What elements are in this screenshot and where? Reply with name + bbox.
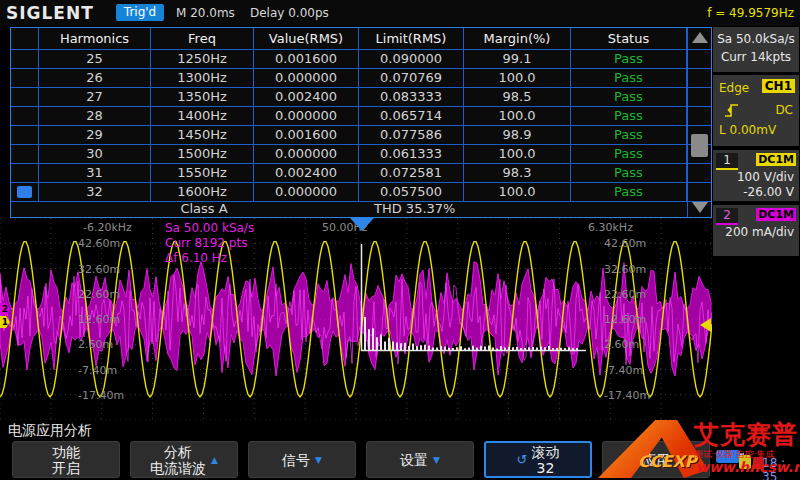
table-cell: 26 (39, 69, 151, 87)
table-cell: Pass (571, 164, 687, 182)
table-cell: 0.070769 (359, 69, 464, 87)
scale-label: 22.60m (78, 288, 120, 301)
table-cell: Pass (571, 183, 687, 201)
bottom-menu: 电源应用分析 功能开启分析电流谐波▲信号▼设置▼↺滚动32应用 (0, 420, 800, 480)
table-cell: Pass (571, 145, 687, 163)
fft-left-freq-label: -6.20kHz (83, 221, 132, 234)
scale-label: -17.40m (78, 389, 124, 402)
table-cell: 100.0 (464, 145, 571, 163)
right-sidebar: Sa 50.0kSa/s Curr 14kpts Edge CH1 DC L 0… (712, 26, 800, 480)
table-cell: 99.1 (464, 50, 571, 68)
row-select-cell (11, 126, 39, 144)
channel2-number: 2 (716, 208, 738, 225)
trigger-coupling-label: DC (775, 103, 793, 117)
table-header-row: HarmonicsFreqValue(RMS)Limit(RMS)Margin(… (11, 28, 711, 50)
table-cell: 30 (39, 145, 151, 163)
channel2-coupling-badge: DC1M (756, 208, 796, 221)
memory-depth-readout: Curr 14kpts (713, 48, 799, 66)
table-cell: 0.002400 (254, 164, 359, 182)
harmonics-table: HarmonicsFreqValue(RMS)Limit(RMS)Margin(… (10, 27, 712, 218)
table-cell: 98.5 (464, 88, 571, 106)
table-cell: 1500Hz (151, 145, 254, 163)
frequency-counter: f = 49.9579Hz (707, 6, 794, 20)
trigger-status-badge: Trig'd (116, 4, 164, 21)
scale-label: 2.60m (78, 338, 113, 351)
rising-edge-icon (723, 101, 741, 119)
table-cell: Pass (571, 88, 687, 106)
scale-label: 42.60m (78, 237, 120, 250)
fft-right-freq-label: 6.30kHz (588, 221, 633, 234)
table-cell: Pass (571, 126, 687, 144)
acquisition-panel: Sa 50.0kSa/s Curr 14kpts (713, 27, 799, 72)
menu-button-signal[interactable]: 信号▼ (248, 441, 356, 478)
menu-button-settings[interactable]: 设置▼ (366, 441, 474, 478)
table-row[interactable]: 281400Hz0.0000000.065714100.0Pass (11, 107, 711, 126)
menu-button-label: 功能开启 (52, 444, 80, 476)
row-select-cell (11, 107, 39, 125)
table-cell: Pass (571, 50, 687, 68)
table-row[interactable]: 271350Hz0.0024000.08333398.5Pass (11, 88, 711, 107)
table-cell: 32 (39, 183, 151, 201)
row-select-cell (11, 145, 39, 163)
menu-button-analysis[interactable]: 分析电流谐波▲ (130, 441, 238, 478)
table-cell: 0.000000 (254, 183, 359, 201)
overlay-delta-f: Δf 6.10 Hz (165, 251, 254, 266)
menu-button-apply[interactable]: 应用 (602, 441, 710, 478)
channel2-panel[interactable]: 2 DC1M 200 mA/div (713, 205, 799, 256)
channel1-number: 1 (716, 153, 738, 170)
table-scrollbar[interactable] (687, 28, 711, 217)
oscilloscope-screen: SIGLENT Trig'd M 20.0ms Delay 0.00ps f =… (0, 0, 800, 480)
table-cell: 0.001600 (254, 126, 359, 144)
trigger-position-marker[interactable] (350, 218, 374, 231)
table-cell: 0.057500 (359, 183, 464, 201)
channel1-scale-readout: 100 V/div (737, 170, 794, 184)
up-arrow-icon: ▲ (211, 455, 218, 465)
table-body: 251250Hz0.0016000.09000099.1Pass261300Hz… (11, 50, 711, 202)
menu-button-scroll[interactable]: ↺滚动32 (484, 441, 592, 478)
menu-button-label: 分析电流谐波 (150, 444, 206, 476)
scale-label: -17.40m (604, 389, 650, 402)
scroll-up-icon[interactable] (692, 32, 708, 43)
table-cell: 27 (39, 88, 151, 106)
timebase-readout: M 20.0ms (176, 6, 235, 20)
column-header (11, 28, 39, 49)
column-header: Status (571, 28, 687, 49)
scale-label: 32.60m (604, 263, 646, 276)
table-row[interactable]: 301500Hz0.0000000.061333100.0Pass (11, 145, 711, 164)
scale-label: -7.40m (604, 364, 643, 377)
scroll-down-icon[interactable] (692, 202, 708, 213)
row-select-cell (11, 50, 39, 68)
table-row[interactable]: 321600Hz0.0000000.057500100.0Pass (11, 183, 711, 202)
trigger-type-label: Edge (719, 81, 749, 95)
screenshot-icon (739, 455, 751, 469)
down-arrow-icon: ▼ (315, 455, 322, 465)
sample-rate-readout: Sa 50.0kSa/s (713, 30, 799, 48)
table-row[interactable]: 261300Hz0.0000000.070769100.0Pass (11, 69, 711, 88)
table-row[interactable]: 291450Hz0.0016000.07758698.9Pass (11, 126, 711, 145)
table-cell: 0.072581 (359, 164, 464, 182)
table-cell: 1550Hz (151, 164, 254, 182)
row-select-cell (11, 69, 39, 87)
table-cell: Pass (571, 69, 687, 87)
channel2-scale-readout: 200 mA/div (725, 225, 794, 239)
trigger-level-marker[interactable] (700, 318, 711, 332)
table-row[interactable]: 311550Hz0.0024000.07258198.3Pass (11, 164, 711, 183)
table-footer: Class A THD 35.37% (11, 201, 687, 217)
table-cell: 25 (39, 50, 151, 68)
scale-label: 32.60m (78, 263, 120, 276)
table-cell: 0.065714 (359, 107, 464, 125)
scale-label: 12.60m (78, 313, 120, 326)
overlay-points: Curr 8192 pts (165, 236, 254, 251)
table-cell: 0.000000 (254, 69, 359, 87)
scroll-thumb[interactable] (691, 134, 708, 157)
scale-label: 42.60m (604, 237, 646, 250)
channel1-panel[interactable]: 1 DC1M 100 V/div -26.00 V (713, 150, 799, 201)
menu-button-function[interactable]: 功能开启 (12, 441, 120, 478)
table-cell: 0.077586 (359, 126, 464, 144)
usb-device-icon (716, 450, 740, 463)
thd-readout: THD 35.37% (374, 201, 455, 216)
table-row[interactable]: 251250Hz0.0016000.09000099.1Pass (11, 50, 711, 69)
scale-label: 22.60m (604, 288, 646, 301)
table-cell: 31 (39, 164, 151, 182)
table-cell: 1400Hz (151, 107, 254, 125)
